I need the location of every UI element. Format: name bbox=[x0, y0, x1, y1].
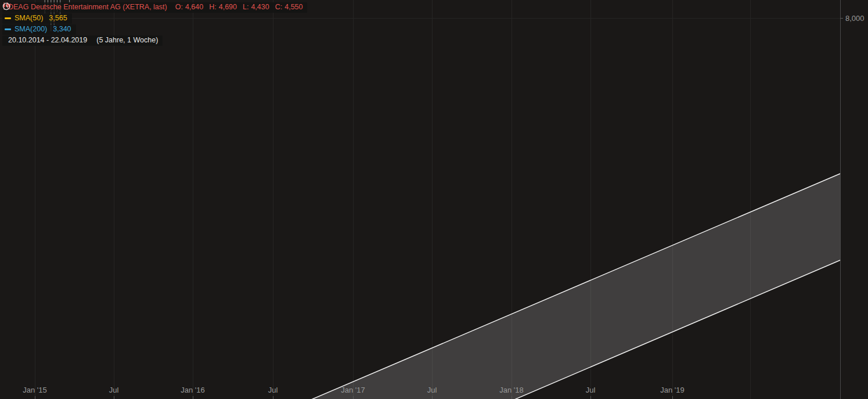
sma50-value: 3,565 bbox=[49, 14, 67, 23]
time-axis-label[interactable]: Jan '16 bbox=[181, 386, 205, 394]
low-value: 4,430 bbox=[251, 3, 269, 12]
price-axis-label[interactable]: 8,000 bbox=[845, 14, 865, 23]
interval-label: (5 Jahre, 1 Woche) bbox=[96, 36, 158, 45]
sma200-color-dash-icon bbox=[5, 28, 11, 30]
open-value: 4,640 bbox=[185, 3, 203, 12]
date-range-row: 20.10.2014 - 22.04.2019 (5 Jahre, 1 Woch… bbox=[2, 35, 163, 46]
sma200-value: 3,340 bbox=[53, 25, 71, 34]
symbol-title: DEAG Deutsche Entertainment AG (XETRA, l… bbox=[8, 3, 167, 12]
open-label: O: bbox=[175, 3, 183, 12]
price-chart-pane[interactable]: 7,400 (200.00%)6,407 (161.80%)5,507 (127… bbox=[0, 0, 868, 399]
time-axis-label[interactable]: Jan '15 bbox=[23, 386, 47, 394]
date-range: 20.10.2014 - 22.04.2019 bbox=[8, 36, 87, 45]
time-axis-label[interactable]: Jul bbox=[109, 386, 119, 394]
high-value: 4,690 bbox=[219, 3, 237, 12]
sma50-legend-row[interactable]: SMA(50) 3,565 bbox=[2, 13, 72, 24]
time-axis-label[interactable]: Jul bbox=[268, 386, 278, 394]
chart-background bbox=[0, 0, 868, 399]
ohlc-values: O:4,640 H:4,690 L:4,430 C:4,550 bbox=[175, 3, 303, 12]
time-axis-label[interactable]: Jan '17 bbox=[341, 386, 365, 394]
sma200-legend-row[interactable]: SMA(200) 3,340 bbox=[2, 24, 76, 35]
sma50-label: SMA(50) bbox=[15, 14, 43, 23]
close-label: C: bbox=[275, 3, 283, 12]
time-axis-label[interactable]: Jul bbox=[586, 386, 596, 394]
sma200-label: SMA(200) bbox=[15, 25, 47, 34]
time-axis-label[interactable]: Jan '19 bbox=[660, 386, 685, 394]
trading-chart-window: 7,400 (200.00%)6,407 (161.80%)5,507 (127… bbox=[0, 0, 868, 399]
symbol-legend-row[interactable]: DEAG Deutsche Entertainment AG (XETRA, l… bbox=[2, 2, 307, 13]
high-label: H: bbox=[209, 3, 217, 12]
time-axis-label[interactable]: Jan '18 bbox=[499, 386, 524, 394]
chart-legend: DEAG Deutsche Entertainment AG (XETRA, l… bbox=[2, 2, 307, 46]
time-axis-label[interactable]: Jul bbox=[427, 386, 437, 394]
sma50-color-dash-icon bbox=[5, 17, 11, 19]
low-label: L: bbox=[243, 3, 248, 12]
close-value: 4,550 bbox=[284, 3, 302, 12]
